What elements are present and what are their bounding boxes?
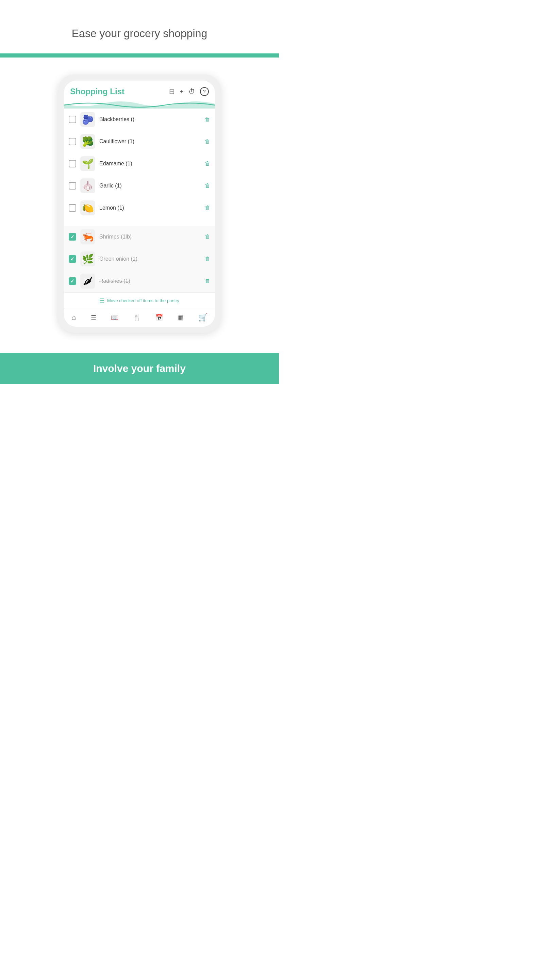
edamame-image: 🌱 [80,156,95,171]
green-onion-image: 🌿 [80,251,95,266]
app-header: Shopping List ⊟ + ⏱ ? [64,81,215,96]
list-nav-icon[interactable]: ☰ [91,314,96,321]
radishes-image: 🌶 [80,274,95,288]
history-icon[interactable]: ⏱ [189,88,195,95]
blackberries-image: 🫐 [80,112,95,127]
lemon-image: 🍋 [80,200,95,215]
garlic-row: 🧄 Garlic (1) 🗑 [64,175,215,197]
radishes-delete[interactable]: 🗑 [205,278,210,284]
calendar-nav-icon[interactable]: 📅 [156,314,163,321]
lemon-checkbox[interactable] [69,204,76,212]
green-onion-checkbox[interactable] [69,255,76,263]
wave-divider [64,99,215,108]
blackberries-delete[interactable]: 🗑 [205,116,210,123]
blackberries-row: 🫐 Blackberries () 🗑 [64,108,215,130]
radishes-label: Radishes (1) [99,278,201,284]
headline: Ease your grocery shopping [72,27,207,40]
edamame-label: Edamame (1) [99,161,201,167]
help-icon[interactable]: ? [200,87,209,96]
bottom-banner: Involve your family [0,353,279,384]
shrimps-delete[interactable]: 🗑 [205,234,210,240]
green-onion-delete[interactable]: 🗑 [205,256,210,262]
top-section: Ease your grocery shopping [0,0,279,53]
cart-nav-icon[interactable]: 🛒 [198,313,208,322]
home-nav-icon[interactable]: ⌂ [71,313,76,322]
bottom-banner-text: Involve your family [93,363,186,374]
shrimps-label: Shrimps (1lb) [99,234,201,240]
lemon-row: 🍋 Lemon (1) 🗑 [64,197,215,219]
lemon-label: Lemon (1) [99,205,201,211]
pantry-nav-icon[interactable]: ▦ [178,314,184,321]
section-gap [64,219,215,226]
lemon-delete[interactable]: 🗑 [205,205,210,211]
green-onion-row: 🌿 Green onion (1) 🗑 [64,248,215,270]
cauliflower-label: Cauliflower (1) [99,138,201,145]
garlic-label: Garlic (1) [99,183,201,189]
phone-inner: Shopping List ⊟ + ⏱ ? 🫐 Blackberries () … [64,81,215,327]
garlic-delete[interactable]: 🗑 [205,183,210,189]
bottom-nav: ⌂ ☰ 📖 🍴 📅 ▦ 🛒 [64,309,215,327]
pantry-move-icon: ☰ [100,298,105,304]
checklist-icon[interactable]: ⊟ [169,88,175,95]
cauliflower-delete[interactable]: 🗑 [205,138,210,145]
cauliflower-checkbox[interactable] [69,138,76,145]
book-nav-icon[interactable]: 📖 [111,314,118,321]
unchecked-list-section: 🫐 Blackberries () 🗑 🥦 Cauliflower (1) 🗑 … [64,108,215,219]
shrimps-row: 🦐 Shrimps (1lb) 🗑 [64,226,215,248]
pantry-move-section[interactable]: ☰ Move checked off items to the pantry [64,292,215,309]
cauliflower-image: 🥦 [80,134,95,149]
checked-list-section: 🦐 Shrimps (1lb) 🗑 🌿 Green onion (1) 🗑 🌶 … [64,226,215,292]
shrimps-checkbox[interactable] [69,233,76,240]
add-icon[interactable]: + [179,88,184,95]
shrimps-image: 🦐 [80,229,95,244]
header-icons: ⊟ + ⏱ ? [169,87,209,96]
blackberries-label: Blackberries () [99,116,201,123]
pantry-move-text: Move checked off items to the pantry [107,298,179,303]
radishes-checkbox[interactable] [69,277,76,285]
green-onion-label: Green onion (1) [99,256,201,262]
fork-knife-nav-icon[interactable]: 🍴 [133,314,141,321]
edamame-row: 🌱 Edamame (1) 🗑 [64,153,215,175]
radishes-row: 🌶 Radishes (1) 🗑 [64,270,215,292]
garlic-checkbox[interactable] [69,182,76,189]
cauliflower-row: 🥦 Cauliflower (1) 🗑 [64,130,215,153]
green-divider-bar [0,53,279,57]
blackberries-checkbox[interactable] [69,116,76,123]
phone-mockup: Shopping List ⊟ + ⏱ ? 🫐 Blackberries () … [58,75,221,333]
garlic-image: 🧄 [80,178,95,193]
edamame-checkbox[interactable] [69,160,76,167]
app-title: Shopping List [70,87,169,96]
edamame-delete[interactable]: 🗑 [205,161,210,167]
